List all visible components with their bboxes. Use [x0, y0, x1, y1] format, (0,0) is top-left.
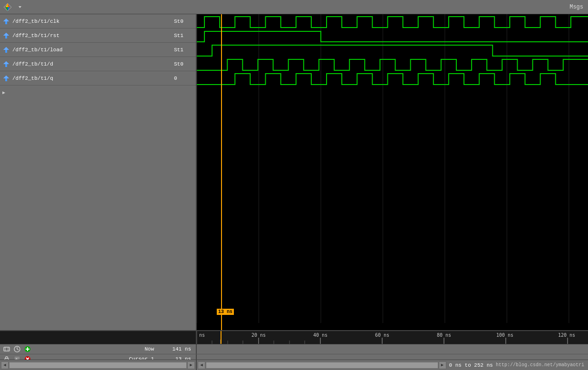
expand-arrow[interactable]: ▶: [0, 85, 6, 100]
svg-text:80 ns: 80 ns: [437, 332, 451, 338]
svg-text:ns: ns: [199, 332, 205, 338]
signal-icon: [2, 17, 10, 26]
toolbar-menu-icon[interactable]: [2, 1, 13, 13]
svg-marker-7: [3, 19, 9, 21]
signal-row[interactable]: /dff2_tb/t1/clkSt0: [0, 14, 196, 28]
svg-marker-9: [3, 33, 9, 36]
scroll-right-track[interactable]: [206, 362, 438, 368]
now-value: 141 ns: [156, 346, 194, 352]
left-scrollbar: ◀ ▶: [0, 360, 197, 370]
signal-value: St0: [170, 61, 194, 67]
toolbar: Msgs: [0, 0, 588, 14]
time-range-label: 0 ns to 252 ns: [446, 362, 496, 368]
waveform-panel[interactable]: 13 ns: [197, 14, 588, 330]
scroll-right-left-btn[interactable]: ◀: [198, 361, 205, 369]
signal-value: St1: [170, 47, 194, 53]
scroll-left-track[interactable]: [10, 362, 186, 368]
signal-name: /dff2_tb/t1/clk: [12, 19, 170, 24]
signal-icon: [2, 74, 10, 83]
signal-name: /dff2_tb/t1/q: [12, 76, 170, 81]
svg-text:100 ns: 100 ns: [496, 332, 513, 338]
add-icon[interactable]: [23, 344, 32, 354]
signal-row[interactable]: /dff2_tb/t1/q0: [0, 71, 196, 85]
signal-row[interactable]: /dff2_tb/t1/dSt0: [0, 57, 196, 71]
signal-name: /dff2_tb/t1/rst: [12, 33, 170, 38]
signal-panel: /dff2_tb/t1/clkSt0 /dff2_tb/t1/rstSt1 /d…: [0, 14, 197, 330]
signal-icon: [2, 31, 10, 40]
clock-icon[interactable]: [12, 344, 22, 354]
cursor-time-label: 13 ns: [217, 309, 234, 315]
toolbar-dropdown-icon[interactable]: [14, 1, 26, 13]
signal-icon: [2, 46, 10, 54]
bottom-row1: Now 141 ns: [0, 344, 588, 354]
signal-row[interactable]: /dff2_tb/t1/loadSt1: [0, 43, 196, 57]
svg-text:20 ns: 20 ns: [251, 332, 266, 338]
signal-icon: [2, 60, 10, 68]
signal-name: /dff2_tb/t1/d: [12, 61, 170, 67]
svg-marker-15: [3, 76, 9, 78]
signal-name: /dff2_tb/t1/load: [12, 47, 170, 53]
very-bottom-bar: ◀ ▶ ◀ ▶ 0 ns to 252 ns http://blog.csdn.…: [0, 360, 588, 370]
svg-text:120 ns: 120 ns: [558, 332, 575, 338]
svg-marker-5: [19, 6, 21, 8]
scroll-right-btn[interactable]: ▶: [187, 361, 195, 369]
film-icon[interactable]: [2, 344, 11, 354]
scroll-left-btn[interactable]: ◀: [1, 361, 9, 369]
main-area: /dff2_tb/t1/clkSt0 /dff2_tb/t1/rstSt1 /d…: [0, 14, 588, 330]
svg-line-50: [17, 349, 19, 350]
bottom-bar: ns 20 ns 40 ns 60 ns 80 ns 100 ns 120 ns: [0, 330, 588, 360]
timeline-svg: ns 20 ns 40 ns 60 ns 80 ns 100 ns 120 ns: [197, 331, 588, 344]
cursor-line[interactable]: [221, 14, 222, 330]
svg-marker-13: [3, 61, 9, 64]
svg-text:40 ns: 40 ns: [313, 332, 328, 338]
svg-marker-11: [3, 47, 9, 50]
scroll-right-right-btn[interactable]: ▶: [439, 361, 446, 369]
right-scrollbar: ◀ ▶ 0 ns to 252 ns http://blog.csdn.net/…: [197, 360, 588, 370]
signal-list: /dff2_tb/t1/clkSt0 /dff2_tb/t1/rstSt1 /d…: [0, 14, 196, 330]
svg-text:60 ns: 60 ns: [375, 332, 389, 338]
website-label: http://blog.csdn.net/ymabyaotri: [496, 362, 587, 368]
signal-value: St0: [170, 19, 194, 24]
waveform-svg: [197, 14, 588, 323]
now-label: Now: [145, 346, 156, 352]
signal-value: 0: [170, 76, 194, 81]
signal-row[interactable]: /dff2_tb/t1/rstSt1: [0, 28, 196, 43]
signal-value: St1: [170, 33, 194, 38]
bottom-left-now: Now 141 ns: [0, 344, 197, 354]
bottom-icons-row1: [2, 344, 32, 354]
toolbar-msgs-label: Msgs: [569, 4, 586, 10]
svg-rect-45: [4, 347, 10, 351]
